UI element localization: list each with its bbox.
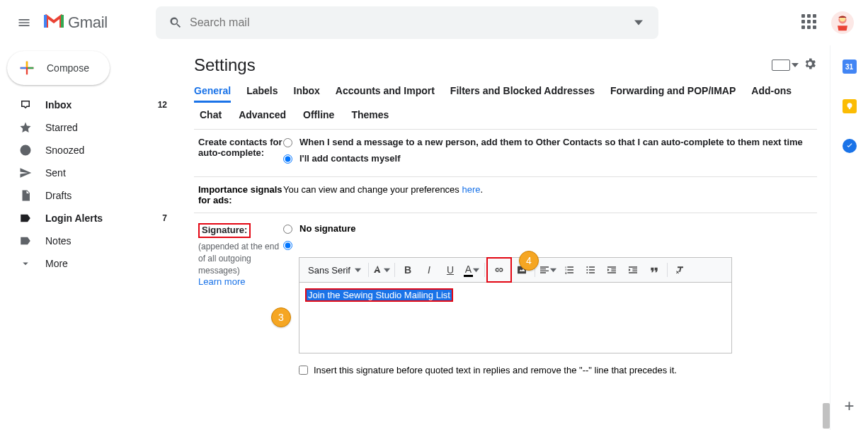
- svg-rect-3: [21, 67, 26, 69]
- signature-editor[interactable]: Join the Sewing Studio Mailing List: [299, 283, 732, 353]
- menu-button[interactable]: [7, 6, 41, 40]
- input-tools-button[interactable]: [772, 59, 799, 72]
- importance-here-link[interactable]: here: [462, 184, 480, 195]
- tab-forwarding[interactable]: Forwarding and POP/IMAP: [610, 81, 736, 103]
- italic-button[interactable]: I: [419, 260, 439, 280]
- bold-button[interactable]: B: [398, 260, 418, 280]
- label-icon: [18, 211, 33, 225]
- tab-filters[interactable]: Filters and Blocked Addresses: [450, 81, 595, 103]
- svg-rect-4: [28, 67, 33, 69]
- underline-button[interactable]: U: [440, 260, 460, 280]
- create-contacts-label: Create contacts for auto-complete:: [194, 137, 283, 169]
- svg-point-9: [586, 269, 588, 271]
- sidebar-item-snoozed[interactable]: Snoozed: [0, 139, 181, 162]
- sidebar-item-label: Notes: [45, 235, 72, 247]
- search-options-dropdown[interactable]: [624, 9, 653, 37]
- contacts-radio-auto[interactable]: [283, 138, 292, 147]
- signature-section: Signature: (appended at the end of all o…: [194, 213, 817, 375]
- signature-toolbar: Sans Serif B I U A: [299, 257, 732, 283]
- sidebar-item-drafts[interactable]: Drafts: [0, 184, 181, 207]
- text-color-button[interactable]: A: [462, 260, 481, 280]
- font-size-button[interactable]: [372, 260, 392, 280]
- sidebar-item-label: Login Alerts: [45, 213, 103, 224]
- importance-label: Importance signals for ads:: [194, 184, 283, 205]
- signature-radio-custom[interactable]: [283, 241, 292, 250]
- gmail-m-icon: [44, 12, 64, 34]
- tab-addons[interactable]: Add-ons: [751, 81, 792, 103]
- bulleted-list-button[interactable]: [581, 260, 600, 280]
- tab-inbox[interactable]: Inbox: [294, 81, 320, 103]
- svg-point-10: [586, 272, 588, 273]
- tab-advanced[interactable]: Advanced: [239, 109, 286, 120]
- annotation-badge-3: 3: [271, 307, 291, 327]
- numbered-list-button[interactable]: [559, 260, 579, 280]
- contacts-radio-manual[interactable]: [283, 154, 292, 164]
- align-button[interactable]: [538, 260, 558, 280]
- remove-formatting-button[interactable]: [670, 260, 690, 280]
- sidebar-item-sent[interactable]: Sent: [0, 162, 181, 184]
- sidebar-item-label: Sent: [45, 167, 66, 179]
- google-apps-button[interactable]: [801, 14, 818, 31]
- sidebar-item-label: Starred: [45, 122, 78, 133]
- signature-text-selected: Join the Sewing Studio Mailing List: [305, 288, 453, 302]
- tab-chat[interactable]: Chat: [200, 109, 222, 120]
- calendar-app-icon[interactable]: 31: [843, 60, 857, 74]
- gmail-text: Gmail: [68, 13, 108, 32]
- svg-point-8: [586, 266, 588, 268]
- sidebar-item-label: Inbox: [45, 99, 72, 111]
- sidebar-item-notes[interactable]: Notes: [0, 230, 181, 252]
- tasks-app-icon[interactable]: [843, 139, 857, 153]
- keep-app-icon[interactable]: [843, 99, 857, 113]
- importance-text: You can view and change your preferences: [283, 184, 462, 195]
- create-contacts-section: Create contacts for auto-complete: When …: [194, 129, 817, 176]
- tab-accounts[interactable]: Accounts and Import: [336, 81, 435, 103]
- chevron-down-icon: [792, 59, 799, 72]
- font-family-select[interactable]: Sans Serif: [304, 260, 365, 280]
- sidebar-item-login-alerts[interactable]: Login Alerts 7: [0, 207, 181, 230]
- sidebar-item-count: 7: [162, 213, 173, 223]
- hamburger-icon: [17, 16, 31, 30]
- indent-less-button[interactable]: [602, 260, 622, 280]
- sidebar-item-starred[interactable]: Starred: [0, 116, 181, 139]
- keyboard-icon: [772, 60, 790, 71]
- tab-offline[interactable]: Offline: [303, 109, 334, 120]
- page-title: Settings: [194, 55, 256, 75]
- settings-tabs: General Labels Inbox Accounts and Import…: [194, 81, 817, 103]
- add-app-button[interactable]: +: [844, 396, 854, 416]
- search-box[interactable]: [156, 6, 658, 39]
- signature-before-quote-checkbox[interactable]: [299, 366, 308, 375]
- gmail-logo[interactable]: Gmail: [44, 12, 108, 34]
- insert-link-button[interactable]: [489, 260, 509, 280]
- chevron-down-icon: [550, 264, 556, 276]
- search-input[interactable]: [190, 16, 624, 29]
- tab-labels[interactable]: Labels: [246, 81, 278, 103]
- main-content: Settings General Labels Inbox Accounts a…: [181, 45, 830, 430]
- contacts-opt1-text: When I send a message to a new person, a…: [299, 137, 803, 147]
- tab-general[interactable]: General: [194, 81, 231, 103]
- sidebar-item-inbox[interactable]: Inbox 12: [0, 94, 181, 116]
- signature-checkbox-label: Insert this signature before quoted text…: [314, 365, 677, 375]
- sidebar-item-label: Drafts: [45, 190, 72, 201]
- sidebar-item-label: More: [45, 258, 68, 269]
- send-icon: [18, 166, 33, 180]
- signature-learn-more-link[interactable]: Learn more: [198, 276, 245, 287]
- account-avatar[interactable]: [831, 11, 854, 34]
- compose-label: Compose: [47, 62, 89, 74]
- clock-icon: [18, 143, 33, 157]
- left-sidebar: Compose Inbox 12 Starred Snoozed Sent: [0, 45, 181, 430]
- signature-label: Signature:: [198, 223, 251, 238]
- scrollbar-thumb[interactable]: [823, 403, 830, 429]
- settings-gear-button[interactable]: [803, 57, 817, 74]
- search-icon: [161, 9, 190, 37]
- annotation-badge-4: 4: [519, 251, 539, 271]
- indent-more-button[interactable]: [623, 260, 643, 280]
- tab-themes[interactable]: Themes: [351, 109, 389, 120]
- quote-button[interactable]: [644, 260, 664, 280]
- sidebar-item-more[interactable]: More: [0, 252, 181, 275]
- sidebar-item-label: Snoozed: [45, 145, 84, 156]
- svg-rect-6: [848, 108, 850, 109]
- star-icon: [18, 120, 33, 135]
- signature-radio-none[interactable]: [283, 225, 292, 234]
- no-signature-text: No signature: [299, 223, 355, 234]
- compose-button[interactable]: Compose: [7, 51, 110, 85]
